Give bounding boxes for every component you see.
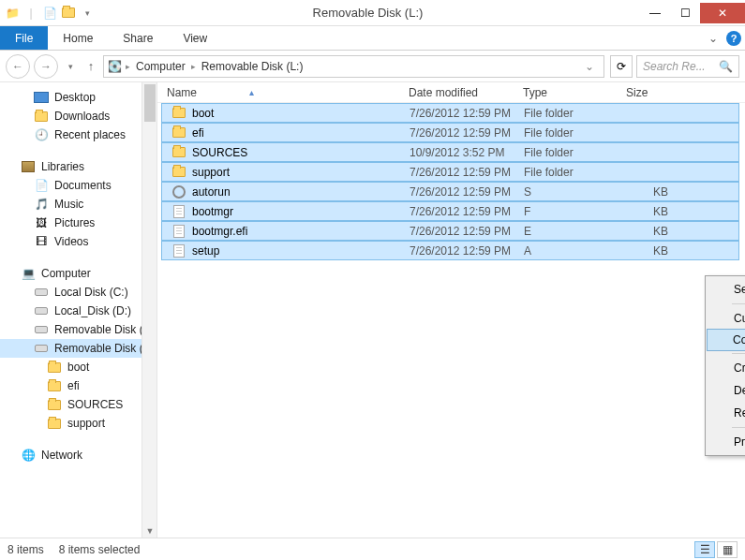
file-size: KB bbox=[618, 225, 674, 238]
tab-home[interactable]: Home bbox=[48, 26, 108, 50]
nav-sub-support[interactable]: support bbox=[0, 414, 156, 433]
chevron-right-icon[interactable]: ▸ bbox=[191, 62, 196, 71]
minimize-button[interactable]: — bbox=[640, 3, 670, 23]
nav-music[interactable]: 🎵Music bbox=[0, 195, 156, 214]
nav-desktop[interactable]: Desktop bbox=[0, 88, 156, 107]
nav-sub-efi[interactable]: efi bbox=[0, 376, 156, 395]
breadcrumb-drive[interactable]: Removable Disk (L:) bbox=[200, 60, 305, 73]
scroll-down-icon[interactable]: ▼ bbox=[142, 526, 157, 536]
network-group: 🌐Network bbox=[0, 446, 156, 464]
table-row[interactable]: bootmgr7/26/2012 12:59 PMFKB bbox=[161, 201, 739, 221]
new-folder-icon[interactable]: 📄 bbox=[41, 3, 58, 23]
menu-item-cut[interactable]: Cut bbox=[708, 307, 745, 330]
nav-documents[interactable]: 📄Documents bbox=[0, 176, 156, 195]
menu-item-label: Copy bbox=[733, 333, 745, 346]
qat-dropdown-icon[interactable]: ▾ bbox=[79, 3, 96, 23]
app-icon: 📁 bbox=[4, 3, 21, 23]
nav-libraries[interactable]: Libraries bbox=[0, 157, 156, 176]
file-list: Name▴ Date modified Type Size boot7/26/2… bbox=[157, 82, 745, 538]
column-headers: Name▴ Date modified Type Size bbox=[157, 82, 745, 103]
ribbon: File Home Share View ⌄ ? bbox=[0, 26, 745, 51]
table-row[interactable]: boot7/26/2012 12:59 PMFile folder bbox=[161, 103, 739, 123]
document-icon: 📄 bbox=[34, 178, 49, 193]
pictures-icon: 🖼 bbox=[34, 215, 49, 230]
file-date: 7/26/2012 12:59 PM bbox=[400, 205, 514, 218]
help-button[interactable]: ? bbox=[723, 26, 745, 50]
search-input[interactable]: Search Re... 🔍 bbox=[636, 55, 739, 78]
libraries-icon bbox=[21, 159, 36, 174]
ribbon-expand-icon[interactable]: ⌄ bbox=[704, 26, 723, 50]
scroll-thumb[interactable] bbox=[144, 84, 156, 122]
nav-videos[interactable]: 🎞Videos bbox=[0, 232, 156, 251]
file-name: support bbox=[192, 166, 230, 179]
file-type: File folder bbox=[514, 166, 618, 179]
drive-icon: 💽 bbox=[108, 60, 122, 73]
table-row[interactable]: efi7/26/2012 12:59 PMFile folder bbox=[161, 123, 739, 142]
nav-removable-2[interactable]: Removable Disk ( bbox=[0, 339, 156, 358]
tab-share[interactable]: Share bbox=[108, 26, 168, 50]
status-item-count: 8 items bbox=[7, 543, 44, 556]
menu-item-label: Create shortcut bbox=[734, 361, 745, 375]
forward-button[interactable]: → bbox=[34, 54, 58, 79]
file-icon bbox=[171, 243, 186, 258]
nav-pictures[interactable]: 🖼Pictures bbox=[0, 214, 156, 232]
file-date: 7/26/2012 12:59 PM bbox=[400, 185, 514, 199]
icons-view-button[interactable]: ▦ bbox=[717, 541, 738, 558]
navpane-scrollbar[interactable]: ▲ ▼ bbox=[142, 82, 156, 538]
file-rows: boot7/26/2012 12:59 PMFile folderefi7/26… bbox=[157, 103, 745, 260]
menu-item-label: Cut bbox=[734, 312, 745, 325]
file-type: File folder bbox=[514, 107, 618, 120]
menu-item-copy[interactable]: Copy bbox=[707, 329, 745, 351]
table-row[interactable]: setup7/26/2012 12:59 PMAKB bbox=[161, 241, 739, 260]
tab-view[interactable]: View bbox=[168, 26, 222, 50]
file-date: 7/26/2012 12:59 PM bbox=[400, 126, 514, 140]
file-icon bbox=[171, 204, 186, 219]
folder-icon bbox=[47, 397, 62, 412]
menu-item-create-shortcut[interactable]: Create shortcut bbox=[708, 357, 745, 379]
menu-item-delete[interactable]: Delete bbox=[708, 379, 745, 402]
col-type[interactable]: Type bbox=[514, 86, 617, 99]
col-date[interactable]: Date modified bbox=[399, 86, 514, 99]
folder-icon bbox=[171, 165, 186, 180]
nav-recent[interactable]: 🕘Recent places bbox=[0, 125, 156, 144]
table-row[interactable]: bootmgr.efi7/26/2012 12:59 PMEKB bbox=[161, 221, 739, 241]
nav-network[interactable]: 🌐Network bbox=[0, 446, 156, 464]
table-row[interactable]: support7/26/2012 12:59 PMFile folder bbox=[161, 162, 739, 182]
menu-item-properties[interactable]: Properties bbox=[708, 431, 745, 453]
col-size[interactable]: Size bbox=[617, 86, 682, 99]
breadcrumb-dropdown-icon[interactable]: ⌄ bbox=[585, 60, 600, 73]
search-icon: 🔍 bbox=[719, 60, 733, 73]
refresh-button[interactable]: ⟳ bbox=[610, 55, 633, 78]
close-button[interactable]: ✕ bbox=[700, 3, 745, 23]
maximize-button[interactable]: ☐ bbox=[670, 3, 700, 23]
col-name[interactable]: Name▴ bbox=[157, 86, 399, 99]
menu-item-send-to[interactable]: Send to▶ bbox=[708, 278, 745, 301]
music-icon: 🎵 bbox=[34, 197, 49, 212]
breadcrumb-computer[interactable]: Computer bbox=[134, 60, 187, 73]
menu-item-label: Send to bbox=[734, 283, 745, 296]
nav-sub-boot[interactable]: boot bbox=[0, 358, 156, 376]
menu-item-rename[interactable]: Rename bbox=[708, 402, 745, 424]
folder-icon bbox=[171, 145, 186, 160]
back-button[interactable]: ← bbox=[6, 54, 30, 79]
nav-downloads[interactable]: Downloads bbox=[0, 107, 156, 125]
nav-local-d[interactable]: Local_Disk (D:) bbox=[0, 302, 156, 320]
computer-icon: 💻 bbox=[21, 266, 36, 281]
nav-removable-1[interactable]: Removable Disk ( bbox=[0, 320, 156, 339]
table-row[interactable]: autorun7/26/2012 12:59 PMSKB bbox=[161, 182, 739, 201]
recent-locations-icon[interactable]: ▾ bbox=[62, 58, 79, 75]
file-tab[interactable]: File bbox=[0, 26, 48, 50]
nav-computer[interactable]: 💻Computer bbox=[0, 264, 156, 283]
breadcrumb[interactable]: 💽 ▸ Computer ▸ Removable Disk (L:) ⌄ bbox=[103, 55, 604, 78]
file-size: KB bbox=[618, 244, 674, 258]
open-folder-icon[interactable] bbox=[60, 3, 77, 23]
title-bar: 📁 | 📄 ▾ Removable Disk (L:) — ☐ ✕ bbox=[0, 0, 745, 26]
view-switcher: ☰ ▦ bbox=[694, 541, 738, 558]
chevron-right-icon[interactable]: ▸ bbox=[126, 62, 130, 71]
nav-sub-sources[interactable]: SOURCES bbox=[0, 395, 156, 414]
disk-icon bbox=[34, 303, 49, 318]
up-button[interactable]: ↑ bbox=[82, 58, 99, 75]
nav-local-c[interactable]: Local Disk (C:) bbox=[0, 283, 156, 302]
details-view-button[interactable]: ☰ bbox=[694, 541, 715, 558]
table-row[interactable]: SOURCES10/9/2012 3:52 PMFile folder bbox=[161, 142, 739, 162]
